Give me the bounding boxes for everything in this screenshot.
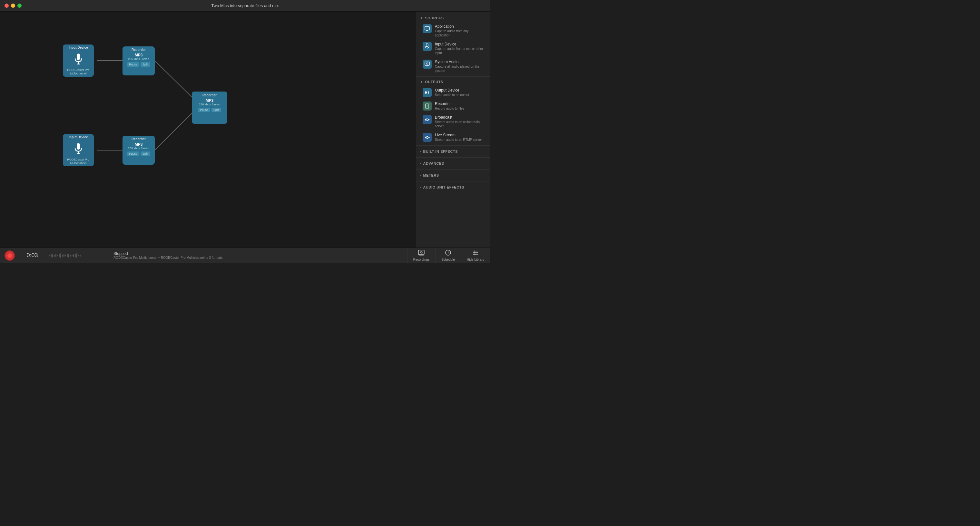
input-device-node-1[interactable]: Input Device RODECaster Pro Multichannel [63, 44, 94, 77]
svg-rect-4 [77, 54, 80, 60]
sources-chevron-icon: ▼ [420, 16, 423, 20]
meters-label: METERS [423, 173, 439, 177]
svg-marker-25 [425, 118, 426, 121]
mic-icon-2 [73, 143, 83, 155]
outputs-chevron-icon: ▼ [420, 80, 423, 83]
bottom-bar: 0:03 Stopped RODECast [0, 248, 490, 263]
svg-rect-35 [52, 254, 53, 257]
divider-2 [416, 145, 490, 146]
record-button[interactable] [5, 250, 15, 261]
built-in-effects-header[interactable]: › BUILT-IN EFFECTS [416, 147, 490, 156]
meters-header[interactable]: › METERS [416, 171, 490, 180]
svg-rect-43 [65, 255, 66, 256]
outputs-header[interactable]: ▼ OUTPUTS [416, 78, 490, 86]
svg-rect-11 [426, 30, 428, 31]
sources-label: SOURCES [425, 16, 444, 20]
svg-rect-49 [75, 254, 76, 257]
sidebar-item-input-device[interactable]: Input Device Capture audio from a mic or… [417, 40, 489, 57]
svg-rect-48 [73, 254, 74, 257]
svg-point-54 [420, 251, 422, 253]
split-button-2[interactable]: Split [140, 151, 150, 156]
svg-rect-40 [60, 253, 61, 258]
input-device-node-2[interactable]: Input Device RODECaster Pro Multichannel [63, 134, 94, 166]
svg-line-1 [155, 60, 193, 99]
sidebar-item-output-device[interactable]: Output Device Send audio to an output [417, 86, 489, 99]
built-in-effects-label: BUILT-IN EFFECTS [423, 149, 458, 153]
window-title: Two Mics into separate files and mix [212, 3, 279, 8]
split-button-1[interactable]: Split [140, 62, 150, 67]
svg-rect-34 [51, 254, 52, 257]
svg-rect-41 [62, 254, 63, 257]
sidebar-item-system-audio[interactable]: System Audio Capture all audio played on… [417, 57, 489, 75]
divider-4 [416, 169, 490, 170]
sidebar-item-broadcast[interactable]: Broadcast Stream audio to an online radi… [417, 113, 489, 130]
close-button[interactable] [5, 3, 9, 8]
svg-rect-16 [425, 62, 430, 65]
recordings-button[interactable]: Recordings [407, 248, 436, 263]
svg-rect-39 [59, 254, 60, 257]
outputs-label: OUTPUTS [425, 80, 443, 84]
outputs-section: ▼ OUTPUTS Output Device Send audio to an… [416, 78, 490, 144]
svg-rect-42 [64, 254, 64, 257]
status-description: RODECaster Pro Multichannel + RODECaster… [113, 256, 403, 259]
waveform-display [45, 251, 110, 261]
svg-rect-50 [76, 253, 77, 258]
sidebar-item-recorder[interactable]: Recorder Record audio to files [417, 99, 489, 113]
svg-rect-7 [77, 143, 80, 149]
pause-button-1[interactable]: Pause [127, 62, 139, 67]
status-area: Stopped RODECaster Pro Multichannel + RO… [110, 251, 407, 259]
canvas-area: Input Device RODECaster Pro Multichannel… [0, 12, 416, 248]
application-icon [423, 24, 432, 33]
audio-unit-effects-label: AUDIO UNIT EFFECTS [423, 185, 464, 189]
svg-line-58 [448, 253, 449, 253]
schedule-label: Schedule [441, 258, 455, 261]
pause-button-mix[interactable]: Pause [198, 108, 210, 112]
svg-rect-55 [419, 255, 423, 256]
svg-marker-19 [425, 91, 426, 94]
svg-rect-45 [68, 254, 69, 257]
broadcast-icon [423, 115, 432, 124]
status-text: Stopped [113, 251, 403, 256]
svg-point-28 [429, 119, 430, 120]
record-icon [7, 253, 12, 258]
svg-rect-13 [426, 43, 428, 47]
advanced-header[interactable]: › ADVANCED [416, 159, 490, 168]
svg-rect-52 [80, 254, 81, 257]
svg-rect-33 [49, 255, 50, 256]
output-device-icon [423, 88, 432, 97]
recordings-icon [418, 250, 425, 257]
svg-rect-36 [54, 254, 55, 257]
svg-rect-44 [67, 254, 68, 257]
input-device-icon [423, 42, 432, 51]
recorder-node-2[interactable]: Recorder MP3 256 kbps Stereo Pause Split [123, 136, 155, 165]
sources-section: ▼ SOURCES Application Capture audio from… [416, 14, 490, 75]
svg-rect-46 [70, 254, 71, 257]
divider-1 [416, 76, 490, 77]
pause-button-2[interactable]: Pause [127, 151, 139, 156]
recorder-node-1[interactable]: Recorder MP3 256 kbps Stereo Pause Split [123, 46, 155, 75]
timer-display: 0:03 [26, 252, 38, 259]
svg-marker-29 [425, 136, 426, 139]
hide-library-label: Hide Library [467, 258, 484, 261]
svg-rect-37 [56, 254, 56, 257]
sidebar-item-live-stream[interactable]: Live Stream Stream audio to an RTMP serv… [417, 130, 489, 144]
sidebar-item-application[interactable]: Application Capture audio from any appli… [417, 22, 489, 40]
minimize-button[interactable] [11, 3, 15, 8]
recorder-icon [423, 102, 432, 111]
sidebar: ▼ SOURCES Application Capture audio from… [416, 12, 490, 248]
svg-rect-10 [425, 26, 430, 30]
divider-5 [416, 181, 490, 181]
schedule-button[interactable]: Schedule [435, 248, 461, 263]
advanced-chevron-icon: › [420, 162, 422, 165]
svg-line-3 [155, 111, 193, 150]
svg-point-18 [426, 63, 428, 64]
live-stream-icon [423, 133, 432, 142]
recorder-mix-node[interactable]: Recorder MP3 256 kbps Stereo Pause Split [192, 92, 227, 124]
svg-point-32 [429, 137, 430, 138]
sources-header[interactable]: ▼ SOURCES [416, 14, 490, 22]
audio-unit-effects-header[interactable]: › AUDIO UNIT EFFECTS [416, 183, 490, 192]
maximize-button[interactable] [18, 3, 22, 8]
hide-library-button[interactable]: Hide Library [461, 248, 490, 263]
split-button-mix[interactable]: Split [212, 108, 221, 112]
svg-rect-20 [426, 92, 427, 94]
